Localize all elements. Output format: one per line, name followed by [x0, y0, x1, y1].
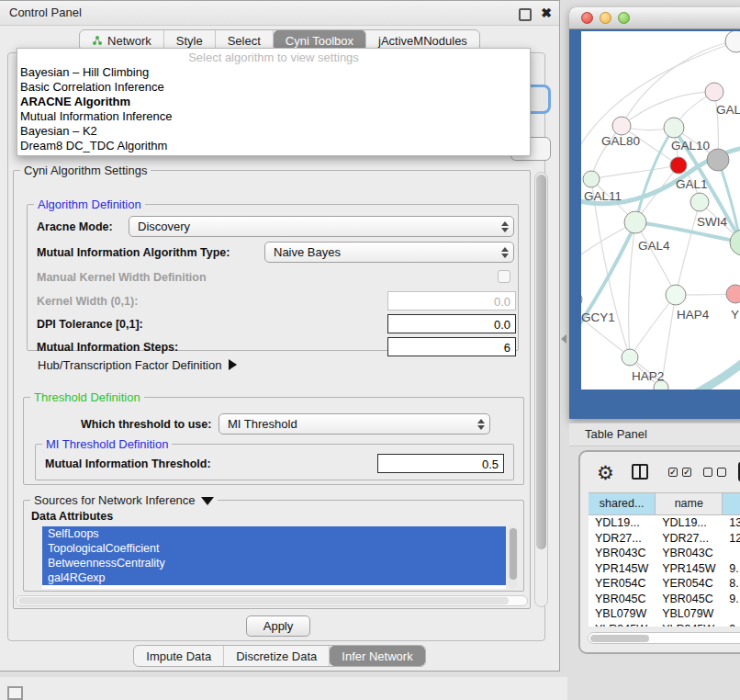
attribute-item[interactable]: BetweennessCentrality [42, 556, 506, 570]
threshold-definition-group: Threshold Definition Which threshold to … [23, 397, 524, 485]
table-cell: YBL079W [589, 606, 656, 622]
aracne-mode-combo[interactable]: Discovery [129, 216, 514, 237]
table-row[interactable]: YER054CYER054C8. [589, 576, 740, 592]
close-icon[interactable]: ✖ [541, 5, 552, 21]
network-node-gal10[interactable] [664, 118, 684, 138]
gear-icon[interactable]: ⚙ [597, 461, 614, 485]
algorithm-option[interactable]: Dream8 DC_TDC Algorithm [17, 139, 530, 153]
deselect-all-checkbox-icon[interactable] [703, 468, 712, 477]
select-all-checkbox-icon[interactable]: ✓ [668, 468, 678, 477]
network-node[interactable] [690, 193, 709, 211]
kernel-width-field[interactable] [387, 291, 516, 310]
table-cell: YBR045C [656, 592, 723, 607]
manual-kernel-width-label: Manual Kernel Width Definition [37, 271, 207, 284]
table-row[interactable]: YBL079WYBL079W [589, 606, 740, 622]
minimize-traffic-light-icon[interactable] [600, 12, 611, 24]
mi-algorithm-type-label: Mutual Information Algorithm Type: [37, 246, 230, 259]
network-node-y[interactable] [726, 285, 740, 303]
table-cell: 9. [723, 622, 740, 627]
hub-tf-definition-toggle[interactable]: Hub/Transcription Factor Definition [38, 358, 237, 372]
float-window-icon[interactable] [519, 8, 532, 21]
network-node-gal80[interactable] [612, 117, 631, 135]
table-row[interactable]: YDR27...YDR27...12 [589, 531, 740, 547]
tab-label: Impute Data [146, 649, 211, 663]
table-cell: YDL19... [656, 515, 723, 531]
network-view-window: GALGAL80GAL10GAL11GAL4GCY1HAP4YHAP2GAL1S… [569, 7, 740, 419]
network-node-gcy1[interactable] [581, 291, 582, 308]
network-node[interactable] [670, 157, 687, 174]
manual-kernel-width-checkbox[interactable] [498, 270, 510, 283]
zoom-traffic-light-icon[interactable] [618, 12, 630, 24]
node-label: GAL [716, 103, 740, 117]
mi-steps-field[interactable] [387, 337, 516, 356]
table-row[interactable]: YPR145WYPR145W9. [589, 561, 740, 577]
table-horizontal-scrollbar[interactable] [588, 632, 740, 644]
table-cell: YBR043C [656, 546, 723, 561]
select-all-checkbox-icon[interactable]: ✓ [682, 468, 691, 477]
node-table[interactable]: shared...name YDL19...YDL19...13YDR27...… [589, 492, 740, 627]
node-label: GAL4 [638, 239, 670, 253]
network-node-gal4[interactable] [624, 211, 646, 233]
table-row[interactable]: YBR043CYBR043C [589, 546, 740, 561]
tab-impute-data[interactable]: Impute Data [134, 646, 224, 666]
dpi-tolerance-field[interactable] [387, 314, 516, 333]
mi-algorithm-type-combo[interactable]: Naive Bayes [264, 242, 514, 263]
which-threshold-label: Which threshold to use: [81, 418, 211, 431]
table-column-header[interactable]: name [656, 493, 723, 514]
attribute-item[interactable]: SelfLoops [42, 526, 506, 541]
tab-discretize-data[interactable]: Discretize Data [224, 646, 330, 666]
network-canvas[interactable]: GALGAL80GAL10GAL11GAL4GCY1HAP4YHAP2GAL1S… [581, 31, 740, 390]
combo-spinner-icon [499, 220, 510, 233]
bottom-tab-bar: Impute DataDiscretize DataInfer Network [133, 645, 425, 667]
table-cell: 9. [723, 561, 740, 577]
apply-button[interactable]: Apply [246, 615, 310, 637]
deselect-all-checkbox-icon[interactable] [717, 468, 726, 477]
algorithm-definition-group: Algorithm Definition Aracne Mode: Discov… [27, 204, 519, 351]
which-threshold-combo[interactable]: MI Threshold [219, 413, 490, 435]
collapsed-panel-icon[interactable] [7, 686, 23, 700]
network-node-hap4[interactable] [666, 285, 686, 305]
tab-infer-network[interactable]: Infer Network [330, 646, 424, 666]
table-cell: YER054C [656, 576, 723, 592]
attribute-item[interactable]: gal4RGexp [42, 570, 506, 585]
table-panel-header: Table Panel [569, 423, 740, 446]
algorithm-option[interactable]: Bayesian – K2 [17, 124, 530, 139]
network-node-gal[interactable] [705, 83, 723, 101]
mi-threshold-field[interactable] [377, 454, 504, 473]
mi-threshold-group: MI Threshold Definition Mutual Informati… [35, 444, 514, 480]
table-column-header[interactable]: shared... [589, 493, 656, 514]
algorithm-option[interactable]: Bayesian – Hill Climbing [17, 65, 530, 80]
attribute-list-scrollbar[interactable] [508, 526, 518, 589]
node-label: HAP4 [677, 308, 710, 322]
table-row[interactable]: YLR345WYLR345W9. [589, 622, 740, 627]
algorithm-option[interactable]: Mutual Information Inference [17, 109, 530, 124]
collapsed-arrow-icon [229, 359, 237, 370]
mi-steps-label: Mutual Information Steps: [37, 341, 178, 354]
algorithm-option[interactable]: ARACNE Algorithm [17, 95, 530, 109]
node-label: HAP2 [632, 369, 664, 383]
sources-group-title[interactable]: Sources for Network Inference [30, 493, 218, 507]
table-header-row: shared...name [589, 492, 740, 515]
table-cell: YBR045C [589, 592, 656, 607]
network-node[interactable] [707, 149, 729, 171]
attribute-item[interactable]: TopologicalCoefficient [42, 541, 506, 556]
close-traffic-light-icon[interactable] [581, 12, 593, 24]
table-row[interactable]: YBR045CYBR045C9. [589, 592, 740, 607]
data-attributes-list[interactable]: SelfLoopsTopologicalCoefficientBetweenne… [42, 526, 506, 589]
settings-horizontal-scrollbar[interactable] [16, 595, 528, 606]
table-row[interactable]: YDL19...YDL19...13 [589, 515, 740, 531]
network-node[interactable] [730, 230, 740, 255]
network-node-hap2[interactable] [622, 349, 638, 366]
table-cell [723, 546, 740, 561]
sources-group: Sources for Network Inference Data Attri… [23, 500, 524, 592]
network-node-gal11[interactable] [583, 171, 600, 187]
algorithm-option[interactable]: Basic Correlation Inference [17, 80, 530, 95]
column-selector-icon[interactable] [632, 464, 648, 480]
node-label: GAL11 [584, 189, 622, 203]
network-node[interactable] [725, 31, 740, 52]
table-column-header[interactable] [723, 493, 740, 514]
settings-vertical-scrollbar[interactable] [534, 172, 548, 607]
table-cell: YDR27... [656, 531, 723, 547]
node-label: Y [731, 308, 739, 322]
panel-divider-arrow[interactable] [561, 334, 566, 344]
